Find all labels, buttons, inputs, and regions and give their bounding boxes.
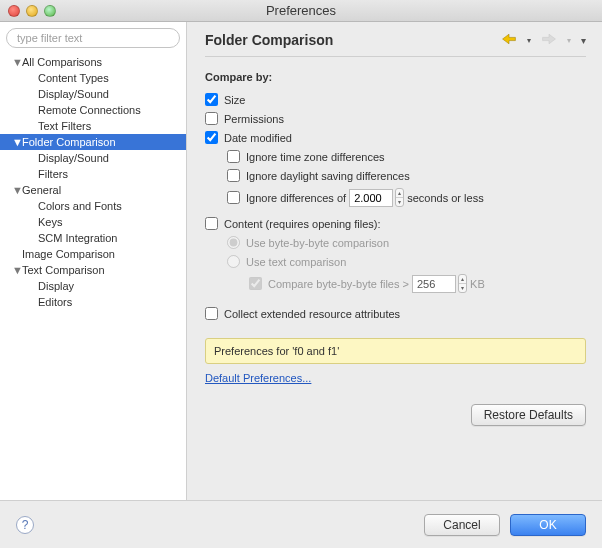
compare-byte-prefix: Compare byte-by-byte files >: [268, 278, 409, 290]
tree-item[interactable]: Colors and Fonts: [0, 198, 186, 214]
compare-byte-suffix: KB: [470, 278, 485, 290]
ignore-tz-checkbox[interactable]: [227, 150, 240, 163]
tree-item[interactable]: Display/Sound: [0, 150, 186, 166]
compare-byte-stepper[interactable]: ▴▾: [458, 274, 467, 293]
forward-icon[interactable]: [541, 33, 557, 47]
view-menu-icon[interactable]: ▾: [581, 35, 586, 46]
ignore-diff-prefix: Ignore differences of: [246, 192, 346, 204]
tree-item[interactable]: ▼Folder Comparison: [0, 134, 186, 150]
size-label: Size: [224, 94, 245, 106]
tree-item[interactable]: Content Types: [0, 70, 186, 86]
forward-menu-icon[interactable]: ▾: [567, 36, 571, 45]
tree-item[interactable]: Keys: [0, 214, 186, 230]
ignore-dst-label: Ignore daylight saving differences: [246, 170, 410, 182]
tree-item[interactable]: Remote Connections: [0, 102, 186, 118]
category-tree[interactable]: ▼All ComparisonsContent TypesDisplay/Sou…: [0, 54, 186, 500]
content-checkbox[interactable]: [205, 217, 218, 230]
size-checkbox[interactable]: [205, 93, 218, 106]
ok-button[interactable]: OK: [510, 514, 586, 536]
main-panel: Folder Comparison ▾ ▾ ▾ Compare by: Size…: [187, 22, 602, 500]
compare-by-label: Compare by:: [205, 71, 586, 83]
collect-label: Collect extended resource attributes: [224, 308, 400, 320]
filter-input[interactable]: [6, 28, 180, 48]
collect-checkbox[interactable]: [205, 307, 218, 320]
date-checkbox[interactable]: [205, 131, 218, 144]
tree-item[interactable]: Editors: [0, 294, 186, 310]
tree-item[interactable]: Display/Sound: [0, 86, 186, 102]
tree-item[interactable]: SCM Integration: [0, 230, 186, 246]
ignore-diff-input[interactable]: [349, 189, 393, 207]
ignore-diff-stepper[interactable]: ▴▾: [395, 188, 404, 207]
tree-item[interactable]: ▼General: [0, 182, 186, 198]
preferences-for-bar: Preferences for 'f0 and f1': [205, 338, 586, 364]
ignore-diff-suffix: seconds or less: [407, 192, 483, 204]
byte-radio-label: Use byte-by-byte comparison: [246, 237, 389, 249]
tree-item[interactable]: ▼Text Comparison: [0, 262, 186, 278]
date-label: Date modified: [224, 132, 292, 144]
help-icon[interactable]: ?: [16, 516, 34, 534]
restore-defaults-button[interactable]: Restore Defaults: [471, 404, 586, 426]
tree-item[interactable]: Filters: [0, 166, 186, 182]
text-radio[interactable]: [227, 255, 240, 268]
tree-item[interactable]: Image Comparison: [0, 246, 186, 262]
ignore-diff-checkbox[interactable]: [227, 191, 240, 204]
back-icon[interactable]: [501, 33, 517, 47]
text-radio-label: Use text comparison: [246, 256, 346, 268]
tree-item[interactable]: Text Filters: [0, 118, 186, 134]
permissions-checkbox[interactable]: [205, 112, 218, 125]
window-title: Preferences: [0, 3, 602, 18]
dialog-footer: ? Cancel OK: [0, 500, 602, 548]
cancel-button[interactable]: Cancel: [424, 514, 500, 536]
titlebar: Preferences: [0, 0, 602, 22]
default-preferences-link[interactable]: Default Preferences...: [205, 372, 311, 384]
page-title: Folder Comparison: [205, 32, 333, 48]
permissions-label: Permissions: [224, 113, 284, 125]
compare-byte-checkbox[interactable]: [249, 277, 262, 290]
ignore-dst-checkbox[interactable]: [227, 169, 240, 182]
back-menu-icon[interactable]: ▾: [527, 36, 531, 45]
compare-byte-input[interactable]: [412, 275, 456, 293]
ignore-tz-label: Ignore time zone differences: [246, 151, 385, 163]
nav-buttons: ▾ ▾ ▾: [501, 33, 586, 47]
tree-item[interactable]: Display: [0, 278, 186, 294]
content-label: Content (requires opening files):: [224, 218, 381, 230]
sidebar: ▼All ComparisonsContent TypesDisplay/Sou…: [0, 22, 187, 500]
byte-radio[interactable]: [227, 236, 240, 249]
tree-item[interactable]: ▼All Comparisons: [0, 54, 186, 70]
